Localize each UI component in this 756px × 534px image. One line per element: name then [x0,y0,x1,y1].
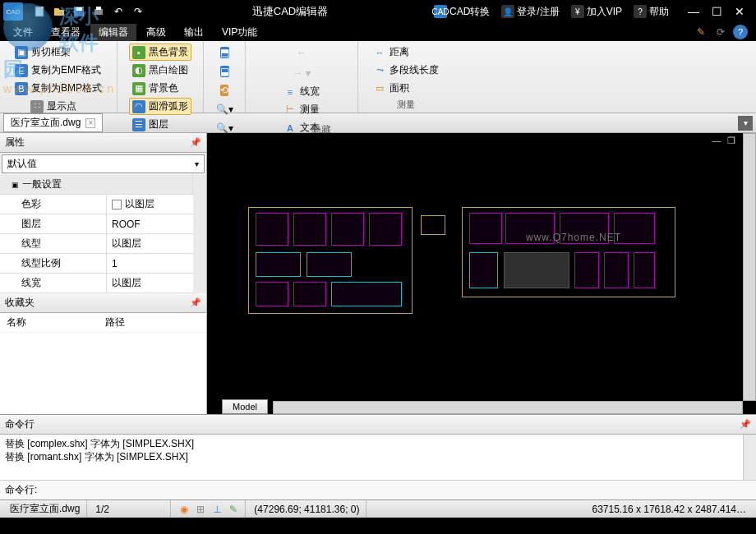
undo-icon[interactable]: ↶ [110,3,127,20]
prop-row-lineweight[interactable]: 线宽以图层 [0,274,193,293]
status-coords-right: 63715.16 x 17618.42 x 2487.414… [586,504,754,515]
black-bg-button[interactable]: ▪黑色背景 [129,44,191,61]
status-icon-1[interactable]: ◉ [177,503,191,516]
command-line-0: 替换 [complex.shx] 字体为 [SIMPLEX.SHX] [5,437,738,450]
lineweight-button[interactable]: ≡线宽 [280,83,323,100]
open-file-icon[interactable] [51,3,67,20]
menu-vip[interactable]: VIP功能 [214,24,265,41]
crop-frame-button[interactable]: ▣剪切框架 [12,44,105,61]
menu-viewer[interactable]: 查看器 [43,24,89,41]
status-icon-4[interactable]: ✎ [227,503,240,516]
copy-bmp-button[interactable]: B复制为BMP格式 [12,80,105,97]
favorites-panel-header: 收藏夹 📌 [0,293,206,313]
black-bg-icon: ▪ [132,46,145,59]
bg-color-button[interactable]: ▦背景色 [129,80,191,97]
polyline-len-button[interactable]: ⤳多段线长度 [370,62,442,79]
nav-back-icon[interactable]: ← [293,44,311,62]
refresh-icon[interactable]: ⟳ [713,25,728,39]
canvas-minimize-icon[interactable]: — [710,135,723,146]
area-button[interactable]: ▭面积 [370,80,442,97]
status-page: 1/2 [89,500,171,518]
status-icon-2[interactable]: ⊞ [194,503,207,516]
svg-rect-0 [35,7,44,16]
cad-convert-icon: CAD [434,5,447,18]
drawing-canvas[interactable]: — ❐ ✕ www.Q7home.N [207,133,756,414]
file-tab-name: 医疗室立面.dwg [11,116,81,130]
file-tab[interactable]: 医疗室立面.dwg × [3,113,103,132]
prop-row-linetype[interactable]: 线型以图层 [0,234,193,254]
prop-row-color[interactable]: 色彩以图层 [0,195,193,214]
close-tab-icon[interactable]: × [85,118,95,128]
prop-row-layer[interactable]: 图层ROOF [0,214,193,234]
menu-editor[interactable]: 编辑器 [90,24,136,41]
menu-advanced[interactable]: 高级 [138,24,174,41]
close-button[interactable]: ✕ [730,3,749,20]
favorites-col-name: 名称 [7,315,105,329]
layers-icon: ☰ [132,118,145,131]
save-icon[interactable] [71,3,87,20]
menu-file[interactable]: 文件 [5,24,41,41]
prop-section-general[interactable]: ▣一般设置 [0,175,193,195]
help-button[interactable]: ?帮助 [629,3,674,21]
maximize-button[interactable]: ☐ [707,3,726,20]
command-panel: 命令行 📌 替换 [complex.shx] 字体为 [SIMPLEX.SHX]… [0,414,756,499]
menu-output[interactable]: 输出 [176,24,212,41]
svg-rect-3 [94,9,103,15]
canvas-scrollbar-v[interactable] [743,133,756,401]
command-input[interactable] [42,485,751,496]
vip-button[interactable]: ¥加入VIP [566,3,627,21]
command-scrollbar[interactable] [743,435,756,480]
properties-scrollbar[interactable] [193,175,206,293]
properties-filter-combo[interactable]: 默认值▾ [2,154,205,173]
prop-row-ltscale[interactable]: 线型比例1 [0,254,193,274]
redo-icon[interactable]: ↷ [130,3,146,20]
canvas-scrollbar-h[interactable] [273,401,743,414]
copy-emf-button[interactable]: E复制为EMF格式 [12,62,105,79]
nav-fwd-icon[interactable]: → ▾ [293,64,311,82]
model-tab[interactable]: Model [222,399,268,414]
new-file-icon[interactable] [31,3,48,20]
left-panel: 属性 📌 默认值▾ ▣一般设置 色彩以图层 图层ROOF 线型以图层 线型比例1… [0,133,207,414]
bw-draw-button[interactable]: ◐黑白绘图 [129,62,191,79]
ruler-icon: ⊢ [284,104,297,117]
polyline-icon: ⤳ [373,64,386,77]
canvas-restore-icon[interactable]: ❐ [725,135,738,146]
command-history[interactable]: 替换 [complex.shx] 字体为 [SIMPLEX.SHX] 替换 [r… [0,435,743,480]
minimize-button[interactable]: — [684,3,703,20]
measure-button[interactable]: ⊢测量 [280,101,323,118]
smooth-arc-button[interactable]: ◠圆滑弧形 [129,98,191,115]
arc-icon: ◠ [132,100,145,113]
properties-title: 属性 [5,136,25,150]
pin-icon[interactable]: 📌 [190,137,201,148]
file-tab-strip: 医疗室立面.dwg × ▾ [0,113,756,133]
pos-icon-2[interactable]: ⬓ [215,62,233,81]
pin-icon-fav[interactable]: 📌 [190,297,201,308]
layers-button[interactable]: ☰图层 [129,116,191,133]
cad-convert-button[interactable]: CADCAD转换 [429,3,495,21]
lineweight-icon: ≡ [284,85,297,99]
ribbon-group-cad-settings: ▪黑色背景 ◐黑白绘图 ▦背景色 ◠圆滑弧形 ☰图层 ⊞结构 CAD绘图设置 [118,41,204,113]
crop-icon: ▣ [15,46,28,59]
tab-overflow-icon[interactable]: ▾ [738,116,753,131]
properties-panel-header: 属性 📌 [0,133,206,153]
bw-icon: ◐ [132,64,145,77]
login-button[interactable]: 👤登录/注册 [496,3,564,21]
feedback-icon[interactable]: ✎ [694,25,708,39]
help-icon: ? [634,5,647,18]
show-points-button[interactable]: ∷显示点 [27,98,90,115]
status-icon-3[interactable]: ⊥ [210,503,224,516]
zoom-in-icon[interactable]: 🔍▾ [215,100,233,118]
properties-table: ▣一般设置 色彩以图层 图层ROOF 线型以图层 线型比例1 线宽以图层 [0,175,193,293]
info-icon[interactable]: ? [733,25,748,39]
pos-icon-3[interactable]: ⟲ [215,81,233,99]
command-panel-header: 命令行 📌 [0,415,756,435]
bgcolor-icon: ▦ [132,82,145,95]
status-filename: 医疗室立面.dwg [3,500,87,518]
title-bar: CAD ↶ ↷ 迅捷CAD编辑器 CADCAD转换 👤登录/注册 ¥加入VIP … [0,0,756,23]
pin-icon-cmd[interactable]: 📌 [740,419,751,430]
pos-icon-1[interactable]: ⬒ [215,44,233,62]
distance-button[interactable]: ↔距离 [370,44,442,61]
print-icon[interactable] [90,3,107,20]
svg-rect-4 [96,7,101,10]
drawing-block-small [421,215,445,235]
